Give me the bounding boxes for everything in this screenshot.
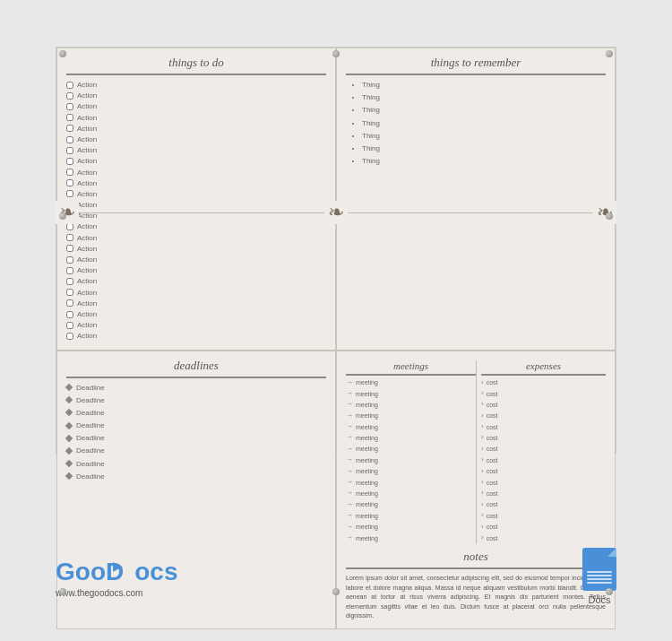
meeting-item: →meeting — [346, 433, 476, 442]
deadline-item: Deadline — [66, 446, 326, 455]
todo-checkbox[interactable] — [66, 256, 73, 264]
chevron-icon: › — [481, 478, 484, 487]
todo-item: Action — [66, 331, 326, 341]
todo-item: Action — [66, 320, 326, 330]
expenses-list: ›cost›cost›cost›cost›cost›cost›cost›cost… — [481, 378, 606, 543]
todo-checkbox[interactable] — [66, 147, 73, 154]
todo-checkbox[interactable] — [66, 125, 73, 132]
arrow-icon: → — [346, 467, 353, 476]
todo-checkbox[interactable] — [66, 92, 73, 100]
todo-checkbox[interactable] — [66, 190, 73, 197]
todo-checkbox[interactable] — [66, 202, 73, 209]
expense-item: ›cost — [481, 411, 606, 420]
expense-item: ›cost — [481, 467, 606, 476]
chevron-icon: › — [481, 422, 484, 431]
arrow-icon: → — [346, 511, 353, 520]
meetings-expenses-container: meetings →meeting→meeting→meeting→meetin… — [346, 360, 606, 545]
deadline-item: Deadline — [66, 383, 326, 393]
arrow-icon: → — [346, 400, 353, 409]
arrow-icon: → — [346, 422, 353, 431]
deadline-item: Deadline — [66, 420, 326, 430]
todo-item: Action — [66, 145, 326, 155]
arrow-icon: → — [346, 378, 353, 387]
todo-checkbox[interactable] — [66, 114, 73, 121]
meeting-item: →meeting — [346, 389, 476, 398]
expense-item: ›cost — [481, 455, 606, 464]
meeting-item: →meeting — [346, 445, 476, 454]
todo-checkbox[interactable] — [66, 311, 73, 318]
todo-item: Action — [66, 221, 326, 231]
arrow-icon: → — [346, 478, 353, 487]
todo-checkbox[interactable] — [66, 289, 73, 296]
diamond-icon — [65, 384, 73, 391]
brand-url: www.thegoodocs.com — [56, 588, 177, 598]
doc-lines — [587, 571, 612, 585]
arrow-icon: → — [346, 523, 353, 532]
todo-item: Action — [66, 168, 326, 178]
remember-item: Thing — [362, 131, 606, 141]
todo-checkbox[interactable] — [66, 179, 73, 186]
todo-checkbox[interactable] — [66, 333, 73, 340]
todo-checkbox[interactable] — [66, 223, 73, 230]
arrow-icon: → — [346, 500, 353, 509]
todo-item: Action — [66, 244, 326, 254]
todo-checkbox[interactable] — [66, 158, 73, 165]
meetings-list: →meeting→meeting→meeting→meeting→meeting… — [346, 378, 476, 543]
chevron-icon: › — [481, 389, 484, 398]
todo-checkbox[interactable] — [66, 245, 73, 252]
todo-item: Action — [66, 101, 326, 111]
todo-checkbox[interactable] — [66, 322, 73, 329]
meeting-item: →meeting — [346, 500, 476, 509]
tack-top-right — [606, 50, 613, 57]
tack-mid-left — [59, 212, 66, 220]
todo-checkbox[interactable] — [66, 278, 73, 285]
diamond-icon — [65, 447, 73, 455]
expense-item: ›cost — [481, 511, 606, 520]
todo-item: Action — [66, 309, 326, 319]
todo-item: Action — [66, 189, 326, 199]
chevron-icon: › — [481, 500, 484, 509]
todo-checkbox[interactable] — [66, 82, 73, 89]
arrow-icon: → — [346, 411, 353, 420]
arrow-icon: → — [346, 533, 353, 542]
deadline-item: Deadline — [66, 395, 326, 405]
expenses-subsection: expenses ›cost›cost›cost›cost›cost›cost›… — [476, 360, 606, 545]
remember-section: things to remember ThingThingThingThingT… — [336, 48, 616, 351]
meetings-subsection: meetings →meeting→meeting→meeting→meetin… — [346, 360, 476, 545]
diamond-icon — [65, 396, 73, 403]
chevron-icon: › — [481, 445, 484, 454]
todo-item: Action — [66, 124, 326, 134]
tack-bottom-right — [606, 588, 613, 595]
expense-item: ›cost — [481, 400, 606, 409]
bottom-right-section: meetings →meeting→meeting→meeting→meetin… — [336, 351, 616, 629]
todo-checkbox[interactable] — [66, 169, 73, 176]
todo-checkbox[interactable] — [66, 103, 73, 110]
todo-checkbox[interactable] — [66, 136, 73, 143]
todo-checkbox[interactable] — [66, 267, 73, 274]
meeting-item: →meeting — [346, 533, 476, 542]
todo-item: Action — [66, 288, 326, 298]
meeting-item: →meeting — [346, 478, 476, 487]
deadline-item: Deadline — [66, 433, 326, 443]
expense-item: ›cost — [481, 378, 606, 387]
chevron-icon: › — [481, 467, 484, 476]
todo-checkbox[interactable] — [66, 299, 73, 307]
arrow-icon: → — [346, 389, 353, 398]
todo-checkbox[interactable] — [66, 212, 73, 220]
expense-item: ›cost — [481, 433, 606, 442]
deadline-item: Deadline — [66, 408, 326, 418]
remember-item: Thing — [362, 80, 606, 90]
todo-list: ActionActionActionActionActionActionActi… — [66, 80, 326, 342]
notes-text: Lorem ipsum dolor sit amet, consectetur … — [346, 574, 606, 621]
todo-item: Action — [66, 156, 326, 166]
todo-title: things to do — [66, 56, 326, 75]
docs-icon-section: Docs — [582, 548, 616, 605]
expense-item: ›cost — [481, 489, 606, 498]
notes-title: notes — [346, 550, 606, 569]
meeting-item: →meeting — [346, 378, 476, 387]
todo-item: Action — [66, 134, 326, 144]
todo-checkbox[interactable] — [66, 234, 73, 241]
expense-item: ›cost — [481, 533, 606, 542]
expense-item: ›cost — [481, 389, 606, 398]
deadline-item: Deadline — [66, 459, 326, 469]
